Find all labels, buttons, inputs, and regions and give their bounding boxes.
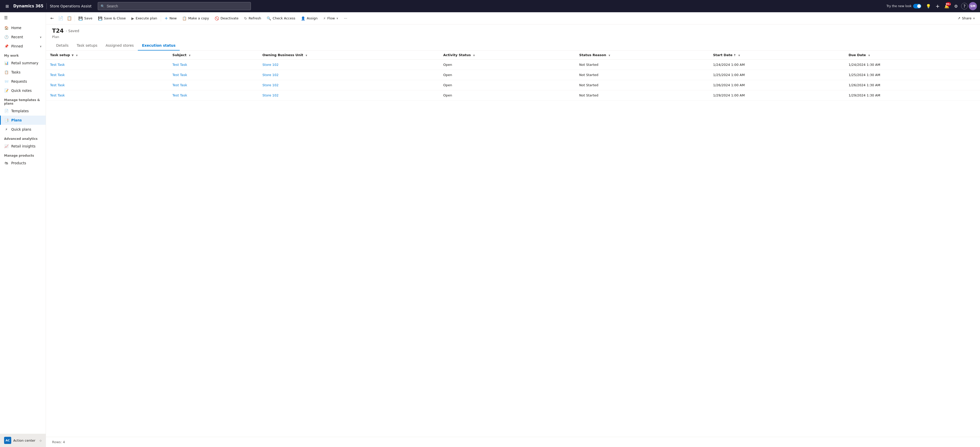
cell-task-setup-3[interactable]: Test Task — [46, 90, 169, 100]
col-activity-status[interactable]: Activity Status ∨ — [439, 51, 575, 60]
start-date-sort-icon: ∨ — [738, 54, 740, 57]
cell-owning-business-unit-3[interactable]: Store 102 — [258, 90, 439, 100]
refresh-button[interactable]: ↻ Refresh — [242, 15, 264, 22]
flow-button[interactable]: ⚡ Flow ∨ — [321, 15, 341, 22]
subject-link-0[interactable]: Test Task — [172, 63, 187, 67]
subject-link-2[interactable]: Test Task — [172, 83, 187, 87]
execute-plan-button[interactable]: ▶ Execute plan — [129, 15, 160, 22]
action-center-avatar: AC — [4, 437, 11, 444]
tab-assigned-stores[interactable]: Assigned stores — [102, 41, 138, 51]
assign-label: Assign — [307, 16, 318, 20]
cell-subject-2[interactable]: Test Task — [169, 80, 259, 90]
share-button[interactable]: ↗ Share ∨ — [955, 15, 978, 22]
sidebar-item-recent[interactable]: 🕐 Recent ∨ — [0, 32, 46, 41]
clipboard-icon-button[interactable]: 📋 — [65, 14, 73, 22]
check-access-button[interactable]: 🔍 Check Access — [264, 15, 298, 22]
task-setup-link-2[interactable]: Test Task — [50, 83, 65, 87]
make-copy-label: Make a copy — [188, 16, 209, 20]
cell-owning-business-unit-2[interactable]: Store 102 — [258, 80, 439, 90]
task-setup-link-1[interactable]: Test Task — [50, 73, 65, 77]
tabs: Details Task setups Assigned stores Exec… — [52, 41, 974, 50]
subject-link-3[interactable]: Test Task — [172, 93, 187, 97]
my-work-section-title: My work — [0, 51, 46, 59]
settings-icon[interactable]: ⚙ — [952, 2, 960, 10]
brand-section: Dynamics 365 Store Operations Assist — [13, 3, 92, 9]
sidebar-item-home[interactable]: 🏠 Home — [0, 23, 46, 32]
sidebar-item-plans[interactable]: 📑 Plans — [0, 116, 46, 125]
col-due-date[interactable]: Due Date ∨ — [845, 51, 980, 60]
deactivate-button[interactable]: 🚫 Deactivate — [212, 15, 241, 22]
new-button[interactable]: + New — [162, 14, 180, 22]
cell-owning-business-unit-1[interactable]: Store 102 — [258, 70, 439, 80]
subject-link-1[interactable]: Test Task — [172, 73, 187, 77]
action-center[interactable]: AC Action center ◇ — [0, 434, 46, 447]
cell-owning-business-unit-0[interactable]: Store 102 — [258, 60, 439, 70]
toolbar-right: ↗ Share ∨ — [955, 15, 978, 22]
help-icon[interactable]: ? — [961, 3, 968, 10]
sidebar-item-quick-notes[interactable]: 📝 Quick notes — [0, 86, 46, 95]
save-close-label: Save & Close — [104, 16, 126, 20]
search-input[interactable] — [107, 4, 248, 8]
cell-task-setup-1[interactable]: Test Task — [46, 70, 169, 80]
table-row: Test Task Test Task Store 102 Open Not S… — [46, 60, 980, 70]
tasks-icon: 📋 — [4, 70, 9, 74]
page-icon-button[interactable]: 📄 — [57, 14, 65, 22]
sidebar-item-tasks[interactable]: 📋 Tasks — [0, 68, 46, 77]
task-setup-link-0[interactable]: Test Task — [50, 63, 65, 67]
tab-execution-status[interactable]: Execution status — [138, 41, 180, 51]
sidebar-toggle[interactable]: ☰ — [0, 12, 46, 23]
cell-subject-1[interactable]: Test Task — [169, 70, 259, 80]
table-row: Test Task Test Task Store 102 Open Not S… — [46, 70, 980, 80]
col-status-reason[interactable]: Status Reason ∨ — [575, 51, 709, 60]
save-button[interactable]: 💾 Save — [76, 15, 95, 22]
notifications-button[interactable]: 🔔 99+ — [943, 2, 951, 10]
add-icon[interactable]: + — [934, 2, 942, 10]
user-avatar[interactable]: SM — [969, 2, 977, 10]
check-access-label: Check Access — [272, 16, 295, 20]
col-start-date[interactable]: Start Date ↑ ∨ — [709, 51, 845, 60]
activity-status-sort-icon: ∨ — [473, 54, 475, 57]
cell-subject-0[interactable]: Test Task — [169, 60, 259, 70]
sidebar-item-retail-summary[interactable]: 📊 Retail summary — [0, 59, 46, 68]
toolbar: ← 📄 📋 💾 Save 💾 Save & Close ▶ Execute pl… — [46, 12, 980, 24]
owning-business-unit-link-2[interactable]: Store 102 — [262, 83, 278, 87]
new-look-toggle[interactable] — [913, 4, 921, 8]
assign-button[interactable]: 👤 Assign — [298, 15, 320, 22]
main-layout: ☰ 🏠 Home 🕐 Recent ∨ 📌 Pinned ∨ My work 📊… — [0, 12, 980, 447]
task-setup-link-3[interactable]: Test Task — [50, 93, 65, 97]
more-button[interactable]: ⋯ — [341, 15, 350, 22]
share-chevron-icon: ∨ — [973, 17, 975, 20]
tab-details[interactable]: Details — [52, 41, 73, 51]
sidebar-item-label: Requests — [11, 80, 27, 83]
topbar-right: Try the new look 💡 + 🔔 99+ ⚙ ? SM — [886, 2, 977, 10]
advanced-analytics-section-title: Advanced analytics — [0, 134, 46, 142]
sidebar-item-pinned[interactable]: 📌 Pinned ∨ — [0, 41, 46, 51]
notification-badge: 99+ — [946, 2, 951, 6]
lightbulb-icon[interactable]: 💡 — [924, 2, 932, 10]
owning-business-unit-link-1[interactable]: Store 102 — [262, 73, 278, 77]
owning-business-unit-link-0[interactable]: Store 102 — [262, 63, 278, 67]
cell-due-date-0: 1/24/2024 1:30 AM — [845, 60, 980, 70]
search-bar[interactable]: 🔍 — [98, 2, 251, 10]
save-icon: 💾 — [78, 16, 83, 21]
cell-status-reason-2: Not Started — [575, 80, 709, 90]
sidebar-item-label: Quick notes — [11, 89, 32, 92]
back-button[interactable]: ← — [48, 14, 56, 22]
sidebar-item-templates[interactable]: 📄 Templates — [0, 107, 46, 116]
owning-business-unit-link-3[interactable]: Store 102 — [262, 93, 278, 97]
tab-task-setups[interactable]: Task setups — [73, 41, 102, 51]
make-copy-button[interactable]: 📋 Make a copy — [180, 15, 212, 22]
new-label: New — [169, 16, 177, 20]
sidebar-item-quick-plans[interactable]: ⚡ Quick plans — [0, 125, 46, 134]
col-subject[interactable]: Subject ∨ — [169, 51, 259, 60]
cell-task-setup-0[interactable]: Test Task — [46, 60, 169, 70]
sidebar-item-requests[interactable]: 📨 Requests — [0, 77, 46, 86]
col-owning-business-unit[interactable]: Owning Business Unit ∨ — [258, 51, 439, 60]
col-task-setup[interactable]: Task setup ▼ ∨ — [46, 51, 169, 60]
sidebar-item-retail-insights[interactable]: 📈 Retail insights — [0, 142, 46, 151]
sidebar-item-products[interactable]: 🛍 Products — [0, 158, 46, 168]
apps-grid-icon[interactable]: ⊞ — [3, 2, 11, 10]
save-close-button[interactable]: 💾 Save & Close — [95, 15, 128, 22]
cell-task-setup-2[interactable]: Test Task — [46, 80, 169, 90]
cell-subject-3[interactable]: Test Task — [169, 90, 259, 100]
